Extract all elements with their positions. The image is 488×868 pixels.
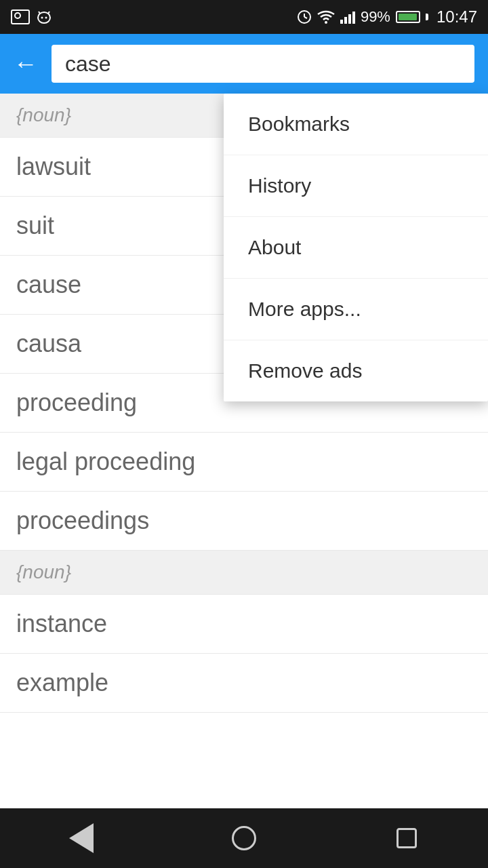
menu-item-history[interactable]: History <box>224 155 488 217</box>
dropdown-menu: Bookmarks History About More apps... Rem… <box>224 94 488 401</box>
menu-item-bookmarks[interactable]: Bookmarks <box>224 94 488 155</box>
menu-item-remove-ads[interactable]: Remove ads <box>224 340 488 401</box>
menu-item-about[interactable]: About <box>224 217 488 279</box>
menu-item-more-apps[interactable]: More apps... <box>224 279 488 340</box>
